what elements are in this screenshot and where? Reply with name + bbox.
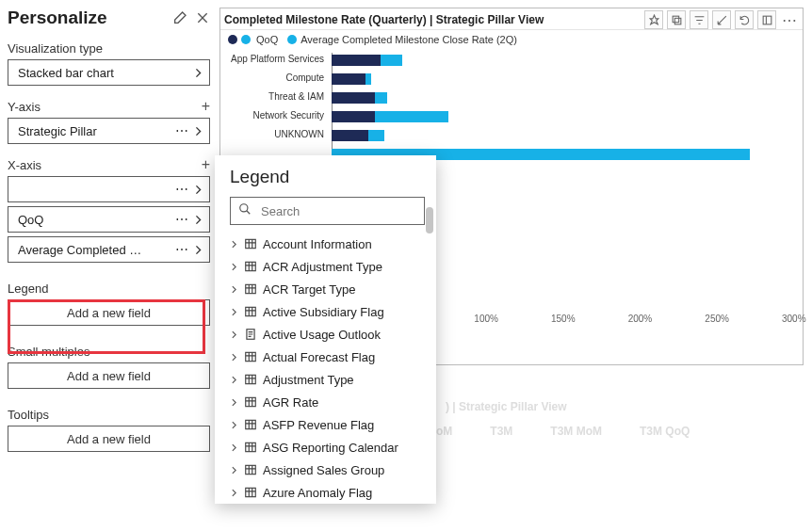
more-icon[interactable]: ⋯ bbox=[171, 182, 193, 197]
chevron-right-icon bbox=[230, 398, 238, 407]
personalize-icon[interactable] bbox=[712, 10, 731, 29]
section-yaxis-label: Y-axis + bbox=[8, 99, 210, 114]
personalize-panel: Personalize Visualization type Stacked b… bbox=[8, 8, 210, 452]
reset-icon[interactable] bbox=[735, 10, 754, 29]
tree-item[interactable]: Active Usage Outlook bbox=[230, 323, 425, 346]
more-options-icon[interactable]: ⋯ bbox=[780, 10, 799, 29]
table-icon bbox=[244, 373, 257, 386]
tree-item[interactable]: Adjustment Type bbox=[230, 368, 425, 391]
more-icon[interactable]: ⋯ bbox=[171, 123, 193, 138]
svg-rect-0 bbox=[674, 18, 681, 24]
axis-tick: 150% bbox=[551, 314, 576, 324]
table-icon bbox=[244, 305, 257, 318]
table-icon bbox=[244, 328, 257, 341]
chevron-right-icon bbox=[230, 285, 238, 294]
faded-col-3: T3M QoQ bbox=[640, 425, 690, 438]
category-label: App Platform Services bbox=[230, 54, 324, 64]
table-icon bbox=[244, 237, 257, 250]
xaxis-field-1[interactable]: QoQ ⋯ bbox=[8, 206, 210, 233]
svg-rect-10 bbox=[246, 375, 256, 383]
more-icon[interactable]: ⋯ bbox=[171, 242, 193, 257]
tree-item[interactable]: AGR Rate bbox=[230, 391, 425, 413]
add-xaxis-icon[interactable]: + bbox=[202, 157, 210, 172]
chart-legend: QoQ Average Completed Milestone Close Ra… bbox=[220, 30, 803, 49]
tree-item[interactable]: Assigned Sales Group bbox=[230, 459, 425, 481]
label-viz-type: Visualization type bbox=[8, 41, 103, 56]
panel-header: Personalize bbox=[8, 8, 210, 28]
flyout-search[interactable] bbox=[230, 197, 425, 225]
label-xaxis: X-axis bbox=[8, 158, 41, 172]
faded-col-2: T3M MoM bbox=[550, 425, 602, 438]
bar-segment[interactable] bbox=[368, 130, 383, 141]
viz-type-value: Stacked bar chart bbox=[18, 66, 193, 80]
faded-title: ) | Strategic Pillar View bbox=[446, 400, 804, 413]
bar-segment[interactable] bbox=[332, 55, 381, 66]
bar-segment[interactable] bbox=[381, 55, 402, 66]
bar-segment[interactable] bbox=[332, 111, 375, 122]
table-icon bbox=[244, 350, 257, 363]
bar-segment[interactable] bbox=[375, 92, 387, 104]
viz-type-selector[interactable]: Stacked bar chart bbox=[8, 59, 210, 86]
pin-icon[interactable] bbox=[644, 10, 663, 29]
tree-item[interactable]: Account Information bbox=[230, 233, 425, 255]
bar-segment[interactable] bbox=[332, 92, 375, 104]
chevron-right-icon bbox=[230, 466, 238, 475]
svg-rect-14 bbox=[246, 465, 256, 474]
section-legend-label: Legend bbox=[8, 282, 210, 296]
chevron-right-icon bbox=[230, 263, 238, 271]
xaxis-field-2[interactable]: Average Completed … ⋯ bbox=[8, 236, 210, 263]
legend-add-field-button[interactable]: Add a new field bbox=[8, 299, 210, 326]
field-tree[interactable]: Account InformationACR Adjustment TypeAC… bbox=[230, 233, 425, 504]
tree-item[interactable]: ASG Reporting Calendar bbox=[230, 436, 425, 459]
close-icon[interactable] bbox=[195, 10, 210, 25]
panel-title: Personalize bbox=[8, 8, 107, 28]
chevron-right-icon bbox=[230, 330, 238, 339]
svg-point-3 bbox=[240, 204, 248, 212]
bar-segment[interactable] bbox=[375, 111, 448, 122]
chevron-right-icon bbox=[193, 185, 203, 195]
section-tooltips-label: Tooltips bbox=[8, 408, 210, 422]
xaxis-field-0[interactable]: ⋯ bbox=[8, 176, 210, 202]
bar-segment[interactable] bbox=[332, 73, 365, 85]
add-yaxis-icon[interactable]: + bbox=[202, 99, 210, 114]
svg-rect-9 bbox=[246, 352, 256, 361]
legend-swatch-dark bbox=[228, 35, 237, 44]
table-icon bbox=[244, 418, 257, 431]
tree-item[interactable]: ACR Adjustment Type bbox=[230, 255, 425, 278]
legend-swatch-light bbox=[287, 35, 297, 44]
legend-label-2: Average Completed Milestone Close Rate (… bbox=[300, 34, 517, 45]
focus-icon[interactable] bbox=[757, 10, 776, 29]
tree-item-label: Assigned Sales Group bbox=[263, 463, 384, 477]
svg-rect-12 bbox=[246, 420, 256, 428]
svg-rect-5 bbox=[246, 262, 256, 270]
tooltips-add-field-button[interactable]: Add a new field bbox=[8, 426, 210, 452]
more-icon[interactable]: ⋯ bbox=[171, 212, 193, 227]
small-multiples-add-field-button[interactable]: Add a new field bbox=[8, 362, 210, 389]
search-input[interactable] bbox=[259, 203, 421, 219]
label-tooltips: Tooltips bbox=[8, 408, 49, 422]
tree-item-label: Active Subsidiary Flag bbox=[263, 305, 384, 319]
copy-icon[interactable] bbox=[667, 10, 686, 29]
tree-item[interactable]: Azure Anomaly Flag bbox=[230, 481, 425, 504]
scrollbar-thumb[interactable] bbox=[426, 207, 433, 233]
bar-segment[interactable] bbox=[332, 130, 368, 141]
chevron-right-icon bbox=[193, 245, 203, 255]
tree-item[interactable]: ASFP Revenue Flag bbox=[230, 413, 425, 436]
faded-col-1: T3M bbox=[490, 425, 512, 438]
table-icon bbox=[244, 395, 257, 409]
yaxis-field[interactable]: Strategic Pillar ⋯ bbox=[8, 118, 210, 144]
bar-segment[interactable] bbox=[365, 73, 372, 85]
search-icon bbox=[238, 202, 252, 219]
tree-item[interactable]: Active Subsidiary Flag bbox=[230, 300, 425, 323]
tree-item-label: ACR Adjustment Type bbox=[263, 260, 382, 274]
erase-icon[interactable] bbox=[172, 10, 187, 25]
tree-item[interactable]: Actual Forecast Flag bbox=[230, 346, 425, 368]
label-small-multiples: Small multiples bbox=[8, 345, 89, 359]
legend-add-label: Add a new field bbox=[67, 306, 151, 320]
tree-item[interactable]: ACR Target Type bbox=[230, 278, 425, 300]
axis-tick: 100% bbox=[474, 314, 498, 324]
filter-icon[interactable] bbox=[690, 10, 708, 29]
tree-item-label: ACR Target Type bbox=[263, 282, 356, 297]
tree-item-label: ASFP Revenue Flag bbox=[263, 418, 374, 432]
tree-item-label: Azure Anomaly Flag bbox=[263, 486, 372, 500]
